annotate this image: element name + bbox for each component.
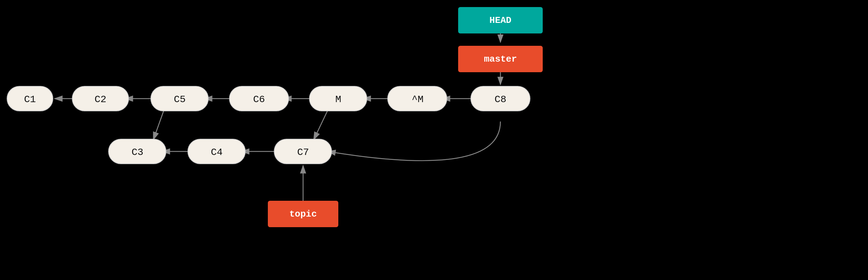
branch-master-label: master — [484, 54, 517, 64]
label-c6: C6 — [253, 94, 265, 105]
branch-topic-label: topic — [289, 209, 317, 219]
label-c8: C8 — [494, 94, 506, 105]
label-cm: ^M — [412, 94, 424, 105]
label-m: M — [335, 94, 341, 105]
label-c4: C4 — [211, 147, 223, 158]
git-graph: C1 C2 C5 C6 M ^M C8 C3 C4 C7 HEAD master… — [0, 0, 868, 280]
label-c1: C1 — [24, 94, 36, 105]
branch-head-label: HEAD — [490, 15, 511, 26]
label-c5: C5 — [174, 94, 186, 105]
label-c2: C2 — [94, 94, 106, 105]
label-c7: C7 — [297, 147, 309, 158]
label-c3: C3 — [131, 147, 143, 158]
